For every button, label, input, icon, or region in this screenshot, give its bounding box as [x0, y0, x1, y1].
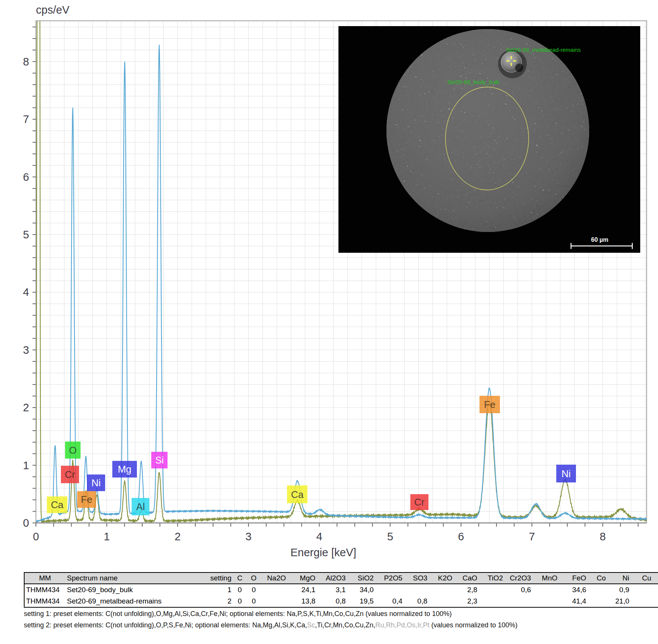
element-marker-label-O: O: [69, 445, 76, 456]
table-cell-cu: [631, 584, 653, 596]
x-tick-label: 4: [316, 530, 322, 543]
element-marker-label-Ni: Ni: [92, 477, 101, 488]
column-header-ni: Ni: [607, 572, 631, 584]
column-header-zn: Zn: [653, 572, 658, 584]
column-header-feo: FeO: [559, 572, 588, 584]
x-tick-label: 5: [387, 530, 393, 543]
table-header-row: MMSpectrum namesettingCONa2OMgOAl2O3SiO2…: [24, 572, 658, 584]
element-marker-label-Si: Si: [155, 454, 164, 466]
column-header-so3: SO3: [404, 572, 429, 584]
table-cell-cao: 2,3: [454, 596, 479, 607]
footnote-segment: setting 1: preset elements: C(not unfold…: [24, 610, 452, 618]
x-tick-label: 8: [600, 530, 606, 543]
table-cell-name: Set20-69_body_bulk: [65, 584, 188, 596]
table-body: THMM434Set20-69_body_bulk10024,13,134,02…: [24, 584, 658, 607]
y-tick-label: 1: [23, 459, 29, 471]
column-header-setting: setting: [188, 572, 233, 584]
scale-bar-label: 60 µm: [591, 236, 608, 243]
table-cell-tio2: [479, 584, 504, 596]
y-tick-label: 6: [23, 171, 29, 183]
column-header-p2o5: P2O5: [375, 572, 404, 584]
table-cell-al2o3: 0,8: [317, 596, 347, 607]
table-cell-o: 0: [247, 584, 261, 596]
table-cell-mm: THMM434: [24, 596, 65, 607]
sem-metal-bead: [498, 50, 527, 78]
column-header-k2o: K2O: [429, 572, 454, 584]
table-cell-co: [588, 584, 607, 596]
table-cell-so3: [404, 584, 429, 596]
column-header-mno: MnO: [532, 572, 559, 584]
column-header-c: C: [233, 572, 247, 584]
element-marker-label-Fe: Fe: [81, 494, 92, 505]
eds-report-page: { "chart_data": { "type": "line", "title…: [0, 0, 658, 644]
table-cell-k2o: [429, 584, 454, 596]
y-tick-label: 7: [23, 113, 29, 125]
table-cell-p2o5: [375, 584, 404, 596]
table-cell-sio2: 19,5: [347, 596, 375, 607]
table-row-1: THMM434Set20-69_metalbead-remains20013,8…: [24, 596, 658, 607]
table-header: MMSpectrum namesettingCONa2OMgOAl2O3SiO2…: [24, 572, 658, 584]
element-marker-label-Ni: Ni: [562, 468, 571, 479]
column-header-sio2: SiO2: [347, 572, 375, 584]
element-marker-label-Al: Al: [136, 501, 145, 512]
table-cell-c: 0: [233, 596, 247, 607]
column-header-cr2o3: Cr2O3: [504, 572, 532, 584]
table-cell-na2o: [261, 584, 287, 596]
table-cell-so3: 0,8: [404, 596, 429, 607]
setting2-footnote: setting 2: preset elements: C(not unfold…: [24, 621, 518, 629]
y-tick-label: 3: [23, 344, 29, 356]
table-cell-k2o: [429, 596, 454, 607]
table-cell-cr2o3: [504, 596, 532, 607]
table-cell-mgo: 13,8: [287, 596, 317, 607]
metalbead-annotation: Set20-69_metalbead-remains: [506, 47, 581, 53]
column-header-tio2: TiO2: [479, 572, 504, 584]
table-cell-name: Set20-69_metalbead-remains: [65, 596, 188, 607]
setting1-footnote: setting 1: preset elements: C(not unfold…: [24, 610, 452, 618]
table-cell-o: 0: [247, 596, 261, 607]
x-tick-label: 6: [458, 530, 464, 543]
table-cell-cr2o3: 0,6: [504, 584, 532, 596]
table-cell-cao: 2,8: [454, 584, 479, 596]
column-header-name: Spectrum name: [65, 572, 188, 584]
sem-image-inset: Set20-69_metalbead-remains Set20-69_body…: [338, 26, 640, 253]
element-marker-label-Cr: Cr: [414, 496, 425, 508]
table-cell-setting: 2: [188, 596, 233, 607]
sem-particle-sphere: [386, 29, 589, 232]
x-tick-label: 0: [33, 530, 39, 543]
x-tick-label: 1: [104, 530, 110, 543]
column-header-o: O: [247, 572, 261, 584]
element-marker-label-Ca: Ca: [291, 489, 304, 500]
body-bulk-annotation: Set20-69_body_bulk: [447, 79, 500, 85]
column-header-mgo: MgO: [287, 572, 317, 584]
x-tick-label: 2: [175, 530, 181, 543]
table-cell-p2o5: 0,4: [375, 596, 404, 607]
table-cell-mno: [532, 596, 559, 607]
y-tick-label: 4: [23, 286, 29, 298]
column-header-cu: Cu: [631, 572, 653, 584]
table-cell-ni: 0,9: [607, 584, 631, 596]
table-cell-feo: 41,4: [559, 596, 588, 607]
x-tick-label: 7: [529, 530, 535, 543]
table-cell-mgo: 24,1: [287, 584, 317, 596]
element-marker-label-Cr: Cr: [65, 469, 75, 480]
column-header-al2o3: Al2O3: [317, 572, 347, 584]
table-cell-ni: 21,0: [607, 596, 631, 607]
table-cell-cu: [631, 596, 653, 607]
quantification-table: MMSpectrum namesettingCONa2OMgOAl2O3SiO2…: [24, 572, 658, 608]
table-cell-setting: 1: [188, 584, 233, 596]
column-header-co: Co: [588, 572, 607, 584]
table-cell-na2o: [261, 596, 287, 607]
column-header-mm: MM: [24, 572, 65, 584]
y-tick-label: 2: [23, 401, 29, 414]
column-header-na2o: Na2O: [261, 572, 287, 584]
table-cell-zn: [653, 584, 658, 596]
footnote-segment: (values normalized to 100%): [429, 621, 517, 629]
footnote-segment: ,Ti,Cr,Mn,Co,Cu,Zn,: [315, 621, 375, 629]
table-cell-zn: [653, 596, 658, 607]
footnote-segment: setting 2: preset elements: C(not unfold…: [24, 621, 307, 629]
element-marker-label-Ca: Ca: [51, 499, 64, 510]
y-tick-label: 0: [23, 517, 29, 529]
element-marker-label-Mg: Mg: [118, 464, 131, 475]
table-cell-al2o3: 3,1: [317, 584, 347, 596]
column-header-cao: CaO: [454, 572, 479, 584]
